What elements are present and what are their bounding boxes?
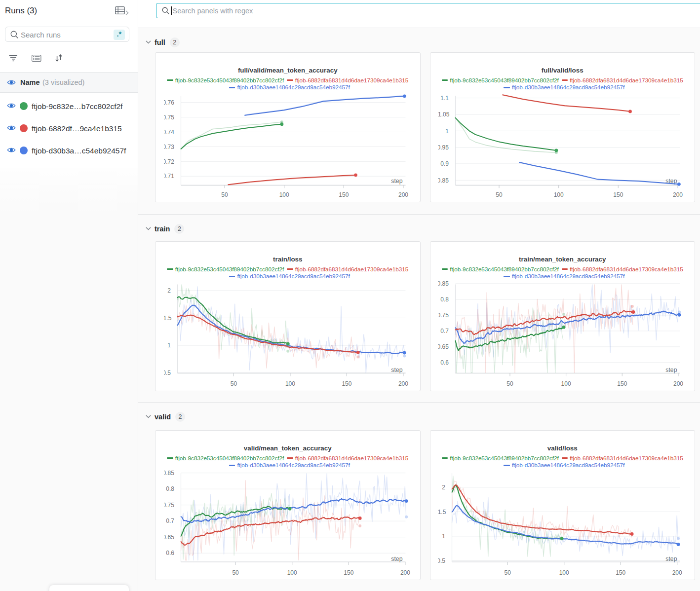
svg-text:0.7: 0.7: [440, 328, 449, 334]
svg-text:1: 1: [445, 128, 449, 135]
svg-text:step: step: [665, 367, 677, 373]
svg-text:0.85: 0.85: [438, 177, 449, 184]
svg-text:150: 150: [339, 191, 349, 198]
svg-text:150: 150: [613, 191, 623, 198]
svg-text:1: 1: [442, 533, 445, 540]
svg-text:0.85: 0.85: [438, 280, 449, 287]
svg-text:0.8: 0.8: [440, 296, 449, 303]
svg-text:50: 50: [232, 569, 239, 576]
svg-text:0.75: 0.75: [164, 114, 174, 121]
svg-text:0.5: 0.5: [438, 557, 445, 564]
svg-text:100: 100: [561, 380, 571, 387]
svg-text:step: step: [391, 178, 402, 185]
svg-text:50: 50: [496, 191, 503, 198]
svg-text:0.65: 0.65: [438, 343, 449, 350]
svg-text:150: 150: [342, 380, 351, 387]
svg-text:0.6: 0.6: [440, 359, 449, 366]
svg-text:200: 200: [673, 380, 683, 387]
svg-text:0.72: 0.72: [164, 158, 174, 165]
svg-text:100: 100: [285, 380, 295, 387]
svg-text:200: 200: [400, 569, 410, 576]
svg-text:150: 150: [616, 569, 625, 576]
svg-text:1.1: 1.1: [440, 95, 449, 102]
svg-text:2: 2: [167, 287, 171, 294]
svg-text:0.7: 0.7: [166, 517, 174, 524]
svg-text:0.75: 0.75: [438, 312, 449, 319]
svg-text:step: step: [391, 367, 402, 373]
svg-text:1.5: 1.5: [438, 509, 446, 516]
svg-text:0.75: 0.75: [164, 502, 174, 509]
svg-text:0.71: 0.71: [164, 173, 174, 180]
svg-text:0.73: 0.73: [164, 144, 174, 150]
svg-text:200: 200: [673, 191, 683, 198]
svg-text:100: 100: [287, 569, 297, 576]
svg-text:1: 1: [167, 342, 171, 349]
svg-text:0.76: 0.76: [164, 99, 174, 106]
svg-text:0.65: 0.65: [164, 534, 174, 541]
svg-text:1.05: 1.05: [438, 111, 450, 118]
svg-text:step: step: [391, 555, 402, 562]
svg-text:50: 50: [230, 380, 237, 387]
svg-text:0.9: 0.9: [440, 160, 449, 167]
svg-text:200: 200: [398, 380, 408, 387]
svg-text:0.95: 0.95: [438, 144, 449, 151]
svg-text:150: 150: [617, 380, 627, 387]
svg-text:200: 200: [398, 191, 408, 198]
svg-text:50: 50: [506, 380, 513, 387]
svg-text:50: 50: [221, 191, 228, 198]
svg-text:0.6: 0.6: [166, 550, 174, 556]
svg-text:0.74: 0.74: [164, 129, 174, 136]
svg-text:50: 50: [505, 569, 511, 576]
svg-text:2: 2: [442, 484, 445, 491]
svg-text:0.8: 0.8: [166, 485, 174, 492]
svg-text:0.85: 0.85: [164, 470, 174, 477]
svg-text:step: step: [665, 555, 677, 562]
svg-text:100: 100: [559, 569, 569, 576]
svg-text:0.5: 0.5: [164, 369, 171, 376]
svg-text:100: 100: [279, 191, 289, 198]
svg-text:1.5: 1.5: [164, 315, 172, 322]
svg-text:100: 100: [554, 191, 564, 198]
svg-text:150: 150: [344, 569, 353, 576]
svg-text:200: 200: [672, 569, 682, 576]
